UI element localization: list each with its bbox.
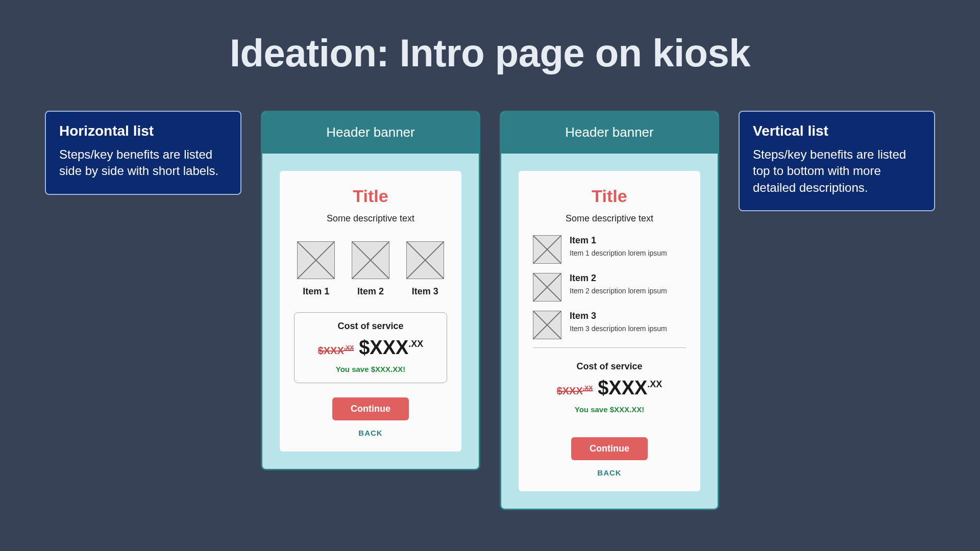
- placeholder-icon: [533, 311, 561, 339]
- content-card: Title Some descriptive text Item 1 Item …: [519, 171, 700, 491]
- mock-horizontal: Header banner Title Some descriptive tex…: [261, 111, 480, 470]
- card-description: Some descriptive text: [533, 213, 686, 224]
- new-price: $XXX.XX: [359, 337, 423, 359]
- new-price: $XXX.XX: [598, 377, 662, 399]
- item-description: Item 2 description lorem ipsum: [570, 287, 686, 295]
- list-item: Item 2: [351, 241, 391, 297]
- cost-label: Cost of service: [542, 361, 677, 372]
- note-title: Horizontal list: [59, 123, 227, 139]
- continue-button[interactable]: Continue: [332, 397, 409, 420]
- item-label: Item 3: [405, 286, 445, 297]
- placeholder-icon: [533, 235, 561, 264]
- continue-button[interactable]: Continue: [571, 437, 648, 460]
- note-body: Steps/key benefits are listed side by si…: [59, 146, 227, 180]
- placeholder-icon: [297, 241, 335, 279]
- old-price: $XXX.XX: [557, 385, 593, 397]
- item-label: Item 1: [570, 235, 686, 246]
- mock-vertical: Header banner Title Some descriptive tex…: [500, 111, 719, 510]
- page-title: Ideation: Intro page on kiosk: [0, 31, 980, 75]
- list-item: Item 1: [296, 241, 336, 297]
- placeholder-icon: [533, 273, 561, 302]
- list-item: Item 2 Item 2 description lorem ipsum: [533, 273, 686, 302]
- vertical-items: Item 1 Item 1 description lorem ipsum It…: [533, 235, 686, 339]
- item-description: Item 3 description lorem ipsum: [570, 324, 686, 333]
- placeholder-icon: [406, 241, 444, 279]
- placeholder-icon: [352, 241, 389, 279]
- item-label: Item 2: [570, 273, 686, 284]
- savings-text: You save $XXX.XX!: [542, 405, 677, 414]
- note-horizontal-list: Horizontal list Steps/key benefits are l…: [45, 111, 241, 195]
- item-description: Item 1 description lorem ipsum: [570, 249, 686, 257]
- kiosk-header: Header banner: [262, 112, 479, 154]
- note-body: Steps/key benefits are listed top to bot…: [753, 146, 921, 196]
- list-item: Item 3 Item 3 description lorem ipsum: [533, 311, 686, 339]
- list-item: Item 1 Item 1 description lorem ipsum: [533, 235, 686, 264]
- note-vertical-list: Vertical list Steps/key benefits are lis…: [739, 111, 935, 211]
- card-title: Title: [294, 186, 447, 206]
- item-label: Item 1: [296, 286, 336, 297]
- cost-label: Cost of service: [304, 321, 437, 332]
- old-price: $XXX.XX: [318, 344, 354, 357]
- content-card: Title Some descriptive text Item 1 Item …: [280, 171, 461, 452]
- item-label: Item 3: [570, 311, 686, 321]
- kiosk-header: Header banner: [501, 112, 718, 154]
- card-description: Some descriptive text: [294, 213, 447, 224]
- horizontal-items: Item 1 Item 2 Item 3: [294, 241, 447, 297]
- price-box: Cost of service $XXX.XX $XXX.XX You save…: [533, 347, 686, 423]
- back-button[interactable]: BACK: [358, 429, 382, 437]
- item-label: Item 2: [351, 286, 391, 297]
- card-title: Title: [533, 186, 686, 206]
- savings-text: You save $XXX.XX!: [304, 365, 437, 373]
- note-title: Vertical list: [753, 123, 921, 139]
- back-button[interactable]: BACK: [597, 468, 621, 477]
- price-box: Cost of service $XXX.XX $XXX.XX You save…: [294, 312, 447, 383]
- list-item: Item 3: [405, 241, 445, 297]
